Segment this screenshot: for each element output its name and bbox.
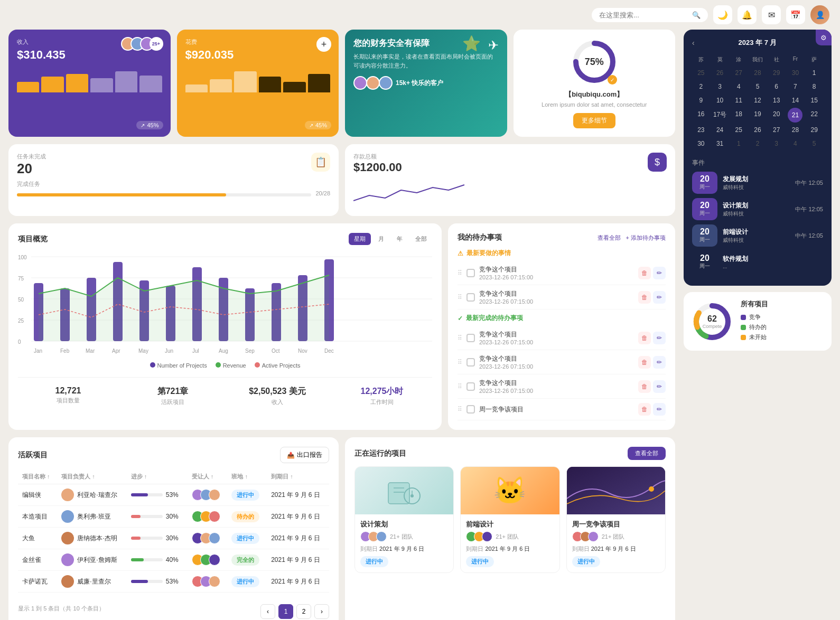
todo-checkbox[interactable] [466,405,475,414]
cal-day-2-next[interactable]: 2 [749,137,767,150]
calendar-button[interactable]: 📅 [786,5,805,24]
todo-checkbox[interactable] [466,334,475,342]
mail-button[interactable]: ✉ [762,5,781,24]
cal-day-28-prev[interactable]: 28 [749,67,767,79]
search-input[interactable] [599,11,688,19]
tab-all[interactable]: 全部 [410,233,432,245]
todo-item: ⠿ 竞争这个项目 2023-12-26 07:15:00 🗑 ✏ [458,326,666,350]
notification-button[interactable]: 🔔 [738,5,757,24]
export-button[interactable]: 📤 出口报告 [280,447,329,463]
todo-checkbox[interactable] [466,358,475,367]
prev-page-button[interactable]: ‹ [260,604,275,619]
todo-checkbox[interactable] [466,382,475,391]
cal-day-13[interactable]: 13 [768,94,786,107]
todo-item-date: 2023-12-26 07:15:00 [479,298,634,305]
tab-month[interactable]: 月 [373,233,389,245]
cal-day-16[interactable]: 16 [692,108,710,123]
cal-day-25[interactable]: 25 [730,124,748,136]
delete-todo-button[interactable]: 🗑 [638,356,651,369]
stat-time-value: 12,275小时 [332,386,432,397]
todo-checkbox[interactable] [466,293,475,302]
cal-day-5-next[interactable]: 5 [805,137,823,150]
cal-day-14[interactable]: 14 [787,94,805,107]
calendar-settings-button[interactable]: ⚙ [816,30,832,45]
page-2-button[interactable]: 2 [296,604,311,619]
cal-day-27-prev[interactable]: 27 [730,67,748,79]
view-all-button[interactable]: 查看全部 [628,447,666,460]
delete-todo-button[interactable]: 🗑 [638,267,651,279]
cal-day-9[interactable]: 9 [692,94,710,107]
drag-handle[interactable]: ⠿ [458,406,462,413]
dark-mode-button[interactable]: 🌙 [713,5,732,24]
edit-todo-button[interactable]: ✏ [653,403,666,416]
cal-day-28[interactable]: 28 [787,124,805,136]
cal-day-24[interactable]: 24 [711,124,729,136]
search-box[interactable]: 🔍 [592,8,708,22]
cal-day-18[interactable]: 18 [730,108,748,123]
stat-revenue-label: 收入 [227,398,328,406]
cal-day-5[interactable]: 5 [749,80,767,93]
cal-day-2[interactable]: 2 [692,80,710,93]
cal-day-31[interactable]: 31 [711,137,729,150]
day-label-sa: 萨 [805,54,823,65]
cal-day-17[interactable]: 17号 [711,108,729,123]
stat-time: 12,275小时 工作时间 [332,386,432,406]
edit-todo-button[interactable]: ✏ [653,332,666,344]
cal-day-1-next[interactable]: 1 [730,137,748,150]
delete-todo-button[interactable]: 🗑 [638,332,651,344]
cal-day-6[interactable]: 6 [768,80,786,93]
view-all-link[interactable]: 查看全部 [598,234,621,242]
todo-text-wrap: 竞争这个项目 2023-12-26 07:15:00 [479,265,634,280]
cal-day-10[interactable]: 10 [711,94,729,107]
drag-handle[interactable]: ⠿ [458,359,462,366]
cal-day-26-prev[interactable]: 26 [711,67,729,79]
drag-handle[interactable]: ⠿ [458,269,462,277]
cal-day-12[interactable]: 12 [749,94,767,107]
cal-day-4[interactable]: 4 [730,80,748,93]
cal-day-11[interactable]: 11 [730,94,748,107]
cal-day-8[interactable]: 8 [805,80,823,93]
next-page-button[interactable]: › [314,604,329,619]
cal-day-27[interactable]: 27 [768,124,786,136]
running-projects-header: 正在运行的项目 查看全部 [354,447,666,460]
drag-handle[interactable]: ⠿ [458,334,462,342]
tab-week[interactable]: 星期 [349,233,371,245]
cal-day-21-today[interactable]: 21 [788,108,802,123]
edit-todo-button[interactable]: ✏ [653,380,666,393]
edit-todo-button[interactable]: ✏ [653,356,666,369]
delete-todo-button[interactable]: 🗑 [638,403,651,416]
drag-handle[interactable]: ⠿ [458,383,462,390]
cal-day-29[interactable]: 29 [805,124,823,136]
todo-checkbox[interactable] [466,269,475,277]
legend-pending: 待办的 [741,323,768,331]
add-todo-link[interactable]: + 添加待办事项 [626,234,666,242]
cal-day-30[interactable]: 30 [692,137,710,150]
cal-day-25-prev[interactable]: 25 [692,67,710,79]
cal-day-7[interactable]: 7 [787,80,805,93]
cal-day-20[interactable]: 20 [768,108,786,123]
calendar-prev-button[interactable]: ‹ [692,39,695,47]
cal-day-3[interactable]: 3 [711,80,729,93]
cal-day-23[interactable]: 23 [692,124,710,136]
cal-day-3-next[interactable]: 3 [768,137,786,150]
add-expense-button[interactable]: + [316,37,331,52]
cal-day-4-next[interactable]: 4 [787,137,805,150]
user-avatar[interactable]: 👤 [810,5,829,24]
tab-year[interactable]: 年 [391,233,408,245]
project-due-frontend: 到期日 2021 年 9 月 6 日 [466,545,554,553]
cal-day-15[interactable]: 15 [805,94,823,107]
edit-todo-button[interactable]: ✏ [653,291,666,304]
cal-day-1[interactable]: 1 [805,67,823,79]
drag-handle[interactable]: ⠿ [458,294,462,301]
cal-day-19[interactable]: 19 [749,108,767,123]
cal-day-26[interactable]: 26 [749,124,767,136]
cal-day-30-prev[interactable]: 30 [787,67,805,79]
cal-day-22[interactable]: 22 [805,108,823,123]
details-button[interactable]: 更多细节 [573,113,615,128]
edit-todo-button[interactable]: ✏ [653,267,666,279]
page-1-button[interactable]: 1 [278,604,293,619]
cal-day-29-prev[interactable]: 29 [768,67,786,79]
event-date-day-4: 周一 [696,262,713,270]
delete-todo-button[interactable]: 🗑 [638,291,651,304]
delete-todo-button[interactable]: 🗑 [638,380,651,393]
